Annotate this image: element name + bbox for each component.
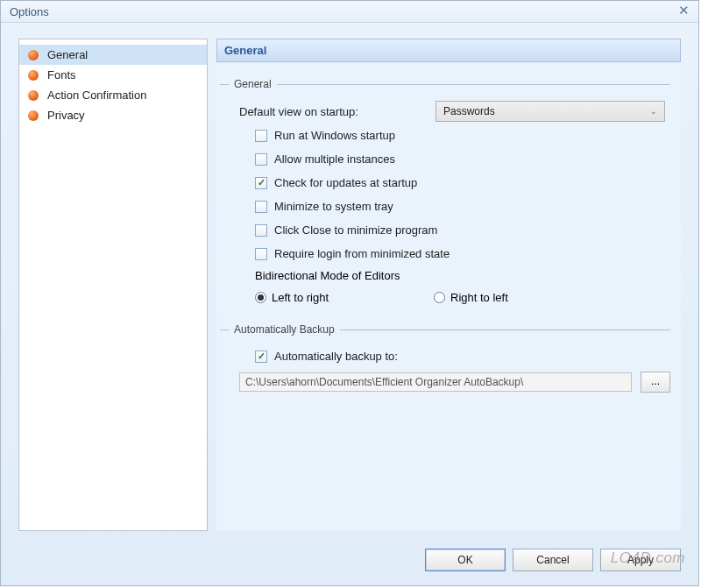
cancel-button[interactable]: Cancel — [513, 549, 593, 571]
options-window: Options ✕ General Fonts Action Confirmat… — [0, 0, 699, 586]
checkbox-icon — [255, 177, 267, 189]
bullet-icon — [28, 70, 39, 81]
default-view-label: Default view on startup: — [239, 105, 435, 118]
radio-label: Left to right — [272, 291, 329, 304]
panel-body: General Default view on startup: Passwor… — [216, 62, 681, 531]
sidebar-item-privacy[interactable]: Privacy — [19, 105, 207, 125]
bullet-icon — [28, 110, 39, 121]
dropdown-value: Passwords — [443, 105, 495, 117]
checkbox-icon — [255, 224, 267, 237]
chevron-down-icon: ⌄ — [650, 107, 657, 116]
group-backup-header: Automatically Backup — [220, 323, 670, 336]
sidebar-item-label: Privacy — [47, 109, 85, 122]
default-view-dropdown[interactable]: Passwords ⌄ — [435, 101, 665, 122]
sidebar-item-label: Fonts — [47, 68, 76, 81]
row-default-view: Default view on startup: Passwords ⌄ — [220, 99, 670, 124]
group-general-header: General — [220, 78, 670, 90]
sidebar-item-label: General — [47, 48, 88, 61]
checkbox-min-tray[interactable]: Minimize to system tray — [220, 195, 670, 218]
content-area: General Fonts Action Confirmation Privac… — [1, 23, 698, 540]
group-title: Automatically Backup — [234, 323, 335, 336]
checkbox-icon — [255, 248, 267, 260]
sidebar-item-fonts[interactable]: Fonts — [19, 65, 207, 85]
bidi-label: Bidirectional Mode of Editors — [220, 266, 670, 287]
apply-button[interactable]: Apply — [600, 549, 681, 571]
checkbox-updates[interactable]: Check for updates at startup — [220, 171, 670, 195]
checkbox-label: Allow multiple instances — [274, 152, 395, 166]
checkbox-label: Run at Windows startup — [274, 129, 395, 142]
radio-icon — [255, 292, 266, 303]
window-title: Options — [10, 5, 49, 18]
checkbox-label: Require login from minimized state — [274, 247, 450, 260]
bullet-icon — [28, 50, 39, 60]
checkbox-auto-backup[interactable]: Automatically backup to: — [220, 344, 670, 368]
bidi-radio-group: Left to right Right to left — [220, 287, 670, 311]
checkbox-icon — [255, 153, 267, 166]
sidebar: General Fonts Action Confirmation Privac… — [18, 39, 208, 531]
checkbox-icon — [255, 351, 267, 363]
group-general: General Default view on startup: Passwor… — [220, 78, 670, 311]
radio-label: Right to left — [450, 291, 508, 304]
radio-ltr[interactable]: Left to right — [255, 291, 329, 304]
group-title: General — [234, 78, 272, 90]
backup-path-input[interactable]: C:\Users\ahorn\Documents\Efficient Organ… — [239, 372, 632, 392]
titlebar: Options ✕ — [1, 1, 698, 23]
ok-button[interactable]: OK — [425, 549, 506, 571]
sidebar-item-label: Action Confirmation — [47, 89, 146, 102]
sidebar-item-general[interactable]: General — [19, 45, 207, 65]
panel-title: General — [216, 39, 681, 62]
checkbox-login-min[interactable]: Require login from minimized state — [220, 242, 670, 266]
group-backup: Automatically Backup Automatically backu… — [220, 323, 670, 393]
sidebar-item-action-confirmation[interactable]: Action Confirmation — [19, 85, 207, 105]
radio-icon — [434, 292, 445, 303]
checkbox-multi-instance[interactable]: Allow multiple instances — [220, 147, 670, 171]
main-panel: General General Default view on startup:… — [216, 39, 681, 531]
close-icon[interactable]: ✕ — [676, 4, 691, 19]
checkbox-label: Automatically backup to: — [274, 350, 398, 363]
checkbox-icon — [255, 201, 267, 213]
checkbox-label: Minimize to system tray — [274, 200, 393, 213]
dialog-buttons: OK Cancel Apply — [1, 540, 698, 585]
checkbox-label: Click Close to minimize program — [274, 223, 437, 237]
checkbox-close-min[interactable]: Click Close to minimize program — [220, 218, 670, 242]
browse-button[interactable]: ... — [641, 372, 670, 393]
checkbox-icon — [255, 130, 267, 142]
bullet-icon — [28, 90, 39, 101]
checkbox-label: Check for updates at startup — [274, 176, 417, 189]
backup-path-row: C:\Users\ahorn\Documents\Efficient Organ… — [220, 368, 670, 393]
radio-rtl[interactable]: Right to left — [434, 291, 508, 304]
checkbox-run-startup[interactable]: Run at Windows startup — [220, 124, 670, 147]
